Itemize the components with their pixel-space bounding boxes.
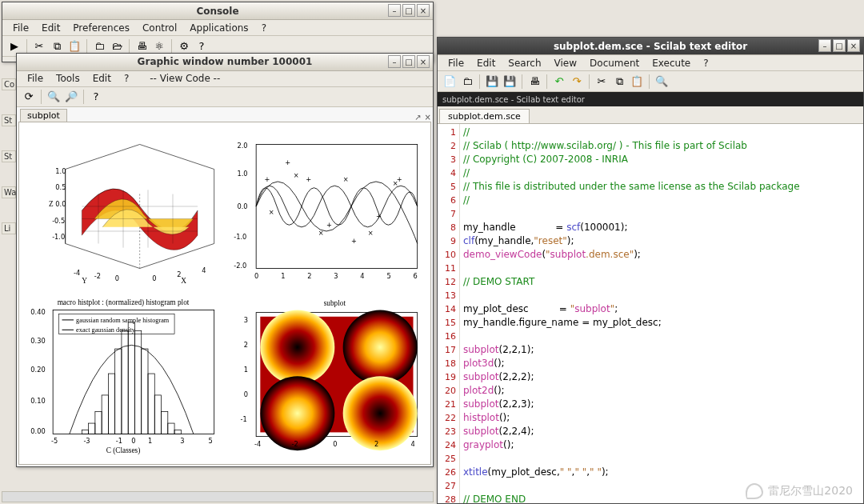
svg-text:-1.0: -1.0 [52, 234, 65, 242]
plot3d-panel: Z Y X 1.00.50.0 -0.5-1.0 -4-20 024 [24, 130, 222, 290]
minimize-button[interactable]: – [818, 39, 831, 52]
undock-icon[interactable]: ↗ [413, 113, 422, 122]
close-button[interactable]: × [417, 55, 430, 68]
close-button[interactable]: × [847, 39, 860, 52]
menu-file[interactable]: File [22, 72, 49, 85]
svg-text:+: + [351, 238, 357, 246]
svg-text:1.0: 1.0 [237, 170, 247, 178]
new-icon[interactable]: 📄 [442, 74, 457, 89]
svg-text:1: 1 [244, 366, 248, 374]
menu-file[interactable]: File [7, 22, 34, 34]
menu-document[interactable]: Document [584, 57, 645, 70]
copy-icon[interactable]: ⧉ [50, 39, 64, 54]
saveas-icon[interactable]: 💾 [502, 74, 517, 89]
graphic-titlebar[interactable]: Graphic window number 100001 – □ × [17, 54, 433, 71]
svg-text:Z: Z [49, 200, 54, 208]
maximize-button[interactable]: □ [402, 4, 415, 17]
redo-icon[interactable]: ↷ [570, 74, 584, 89]
svg-text:+: + [376, 213, 382, 221]
menu-help[interactable]: ? [256, 22, 272, 34]
menu-file[interactable]: File [442, 57, 470, 70]
menu-edit[interactable]: Edit [36, 22, 66, 34]
svg-rect-57 [82, 430, 88, 434]
svg-text:+: + [285, 159, 290, 167]
menu-help[interactable]: ? [118, 72, 134, 85]
wechat-icon [746, 483, 763, 499]
svg-text:×: × [343, 175, 349, 183]
view-code-link[interactable]: -- View Code -- [144, 72, 226, 85]
editor-menubar: File Edit Search View Document Execute ? [438, 55, 863, 71]
menu-view[interactable]: View [549, 57, 582, 70]
minimize-button[interactable]: – [388, 4, 401, 17]
atom-icon[interactable]: ⚛ [152, 39, 166, 54]
svg-point-89 [343, 310, 418, 384]
menu-execute[interactable]: Execute [646, 57, 696, 70]
gear-icon[interactable]: ⚙ [177, 39, 191, 54]
menu-control[interactable]: Control [137, 22, 182, 34]
rotate-icon[interactable]: ⟳ [22, 90, 36, 104]
console-titlebar[interactable]: Console – □ × [2, 2, 433, 20]
svg-text:2: 2 [244, 341, 248, 349]
svg-text:6: 6 [414, 272, 418, 280]
menu-search[interactable]: Search [502, 57, 546, 70]
copy-icon[interactable]: ⧉ [612, 74, 626, 89]
folder-icon[interactable]: 🗀 [92, 39, 106, 54]
editor-window: subplot.dem.sce - Scilab text editor – □… [437, 37, 864, 504]
menu-help[interactable]: ? [698, 57, 714, 70]
close-tab-icon[interactable]: × [423, 113, 433, 122]
zoom-in-icon[interactable]: 🔍 [46, 90, 61, 104]
svg-text:2.0: 2.0 [237, 142, 247, 150]
maximize-button[interactable]: □ [402, 55, 415, 68]
side-tab[interactable]: St [2, 114, 16, 126]
menu-edit[interactable]: Edit [471, 57, 501, 70]
svg-text:-2.0: -2.0 [234, 262, 246, 270]
paste-icon[interactable]: 📋 [67, 39, 82, 54]
run-icon[interactable]: ▶ [7, 39, 22, 54]
side-tabs: Co St St Wa Li [2, 64, 16, 304]
side-tab[interactable]: St [2, 150, 16, 162]
svg-text:4: 4 [360, 272, 364, 280]
svg-text:3: 3 [180, 437, 184, 445]
menu-applications[interactable]: Applications [184, 22, 254, 34]
tab-subplot[interactable]: subplot [20, 109, 67, 122]
paste-icon[interactable]: 📋 [630, 74, 644, 89]
code-text[interactable]: // // Scilab ( http://www.scilab.org/ ) … [460, 124, 863, 503]
horizontal-scrollbar[interactable] [2, 491, 434, 502]
maximize-button[interactable]: □ [833, 39, 846, 52]
print-icon[interactable]: 🖶 [134, 39, 149, 54]
folder2-icon[interactable]: 🗁 [110, 39, 124, 54]
svg-text:1: 1 [281, 272, 285, 280]
code-area[interactable]: 1234567891011121314151617181920212223242… [438, 124, 863, 503]
svg-text:1.0: 1.0 [55, 167, 66, 175]
menu-tools[interactable]: Tools [50, 72, 86, 85]
graphic-toolbar: ⟳ 🔍 🔎 ? [17, 87, 433, 108]
svg-text:0: 0 [254, 272, 258, 280]
svg-rect-68 [154, 395, 161, 434]
menu-preferences[interactable]: Preferences [67, 22, 135, 34]
find-icon[interactable]: 🔍 [654, 74, 669, 89]
file-tab[interactable]: subplot.dem.sce [439, 109, 530, 123]
editor-toolbar: 📄 🗀 💾 💾 🖶 ↶ ↷ ✂ ⧉ 📋 🔍 [438, 71, 863, 92]
print-icon[interactable]: 🖶 [527, 74, 542, 89]
svg-text:+: + [265, 175, 270, 183]
menu-edit[interactable]: Edit [87, 72, 117, 85]
side-tab[interactable]: Wa [2, 186, 16, 198]
side-tab[interactable]: Li [2, 222, 16, 234]
save-icon[interactable]: 💾 [485, 74, 499, 89]
svg-rect-71 [174, 430, 181, 434]
open-icon[interactable]: 🗀 [460, 74, 474, 89]
minimize-button[interactable]: – [388, 55, 401, 68]
console-title: Console [196, 6, 238, 17]
zoom-reset-icon[interactable]: 🔎 [64, 90, 78, 104]
histplot-panel: macro histplot : (normalized) histogram … [24, 296, 222, 456]
close-button[interactable]: × [417, 4, 430, 17]
help-icon[interactable]: ? [194, 39, 209, 54]
cut-icon[interactable]: ✂ [594, 74, 609, 89]
help-icon[interactable]: ? [89, 90, 103, 104]
side-tab[interactable]: Co [2, 78, 16, 90]
cut-icon[interactable]: ✂ [32, 39, 46, 54]
plot2d-panel: ++++ +++ ××× ××× 2.01.00.0 -1.0-2.0 012 … [227, 130, 426, 290]
svg-text:exact gaussian density: exact gaussian density [76, 326, 136, 334]
undo-icon[interactable]: ↶ [552, 74, 566, 89]
editor-titlebar[interactable]: subplot.dem.sce - Scilab text editor – □… [438, 38, 863, 55]
